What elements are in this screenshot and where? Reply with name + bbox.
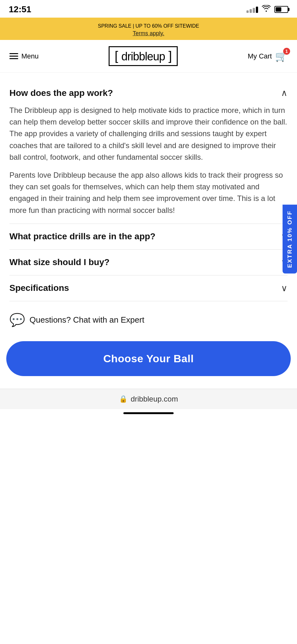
status-icons bbox=[246, 5, 288, 14]
faq-body-how-app-works: The Dribbleup app is designed to help mo… bbox=[9, 104, 288, 216]
promo-sale-text: SPRING SALE bbox=[98, 23, 132, 29]
faq-header-what-size[interactable]: What size should I buy? ∨ bbox=[9, 250, 288, 275]
cart-button[interactable]: My Cart 🛒 1 bbox=[248, 50, 288, 62]
hamburger-icon bbox=[9, 53, 18, 59]
logo-text: dribbleup bbox=[121, 50, 165, 63]
content-wrapper: EXTRA 10% OFF How does the app work? ∧ T… bbox=[0, 73, 297, 389]
chat-text: Questions? Chat with an Expert bbox=[30, 315, 144, 325]
nav-bar: Menu dribbleup My Cart 🛒 1 bbox=[0, 40, 297, 73]
faq-toggle-specifications: ∨ bbox=[281, 283, 288, 293]
faq-title-practice-drills: What practice drills are in the app? bbox=[9, 231, 281, 242]
cart-label: My Cart bbox=[248, 52, 272, 60]
faq-item-specifications: Specifications ∨ bbox=[9, 275, 288, 301]
site-logo[interactable]: dribbleup bbox=[109, 46, 177, 66]
faq-title-how-app-works: How does the app work? bbox=[9, 88, 281, 98]
faq-item-what-size: What size should I buy? ∨ bbox=[9, 250, 288, 275]
choose-ball-button[interactable]: Choose Your Ball bbox=[6, 341, 291, 376]
chat-bubble-icon: 💬 bbox=[9, 313, 25, 327]
promo-separator: | bbox=[133, 23, 136, 29]
status-bar: 12:51 bbox=[0, 0, 297, 18]
status-time: 12:51 bbox=[9, 4, 31, 14]
faq-header-specifications[interactable]: Specifications ∨ bbox=[9, 275, 288, 301]
wifi-icon bbox=[262, 5, 271, 14]
bottom-nav-area bbox=[0, 412, 297, 420]
home-indicator bbox=[123, 412, 174, 414]
promo-text: SPRING SALE | UP TO 60% OFF SITEWIDE bbox=[6, 23, 291, 29]
faq-toggle-how-app-works: ∧ bbox=[281, 88, 288, 98]
menu-label: Menu bbox=[21, 52, 39, 60]
faq-header-how-app-works[interactable]: How does the app work? ∧ bbox=[9, 88, 288, 98]
chat-section[interactable]: 💬 Questions? Chat with an Expert bbox=[9, 301, 288, 335]
cart-count: 1 bbox=[283, 48, 290, 55]
faq-text-p1: The Dribbleup app is designed to help mo… bbox=[9, 104, 288, 163]
partial-top-item bbox=[9, 73, 288, 80]
cart-icon-wrap: 🛒 1 bbox=[275, 50, 288, 62]
cta-section: Choose Your Ball bbox=[0, 335, 297, 389]
faq-item-how-app-works: How does the app work? ∧ The Dribbleup a… bbox=[9, 80, 288, 224]
main-content: How does the app work? ∧ The Dribbleup a… bbox=[0, 73, 297, 335]
faq-item-practice-drills: What practice drills are in the app? ∨ bbox=[9, 224, 288, 250]
signal-icon bbox=[246, 6, 258, 13]
faq-title-specifications: Specifications bbox=[9, 283, 281, 293]
promo-banner[interactable]: SPRING SALE | UP TO 60% OFF SITEWIDE Ter… bbox=[0, 18, 297, 40]
side-discount-badge[interactable]: EXTRA 10% OFF bbox=[283, 205, 297, 274]
faq-text-p2: Parents love Dribbleup because the app a… bbox=[9, 169, 288, 216]
battery-icon bbox=[274, 6, 288, 13]
menu-button[interactable]: Menu bbox=[9, 52, 39, 60]
lock-icon: 🔒 bbox=[119, 395, 127, 403]
faq-title-what-size: What size should I buy? bbox=[9, 257, 281, 267]
promo-terms[interactable]: Terms apply. bbox=[6, 30, 291, 37]
browser-url-bar: 🔒 dribbleup.com bbox=[0, 389, 297, 409]
faq-header-practice-drills[interactable]: What practice drills are in the app? ∨ bbox=[9, 224, 288, 249]
promo-discount-text: UP TO 60% OFF SITEWIDE bbox=[136, 23, 199, 29]
url-text: dribbleup.com bbox=[131, 395, 178, 403]
